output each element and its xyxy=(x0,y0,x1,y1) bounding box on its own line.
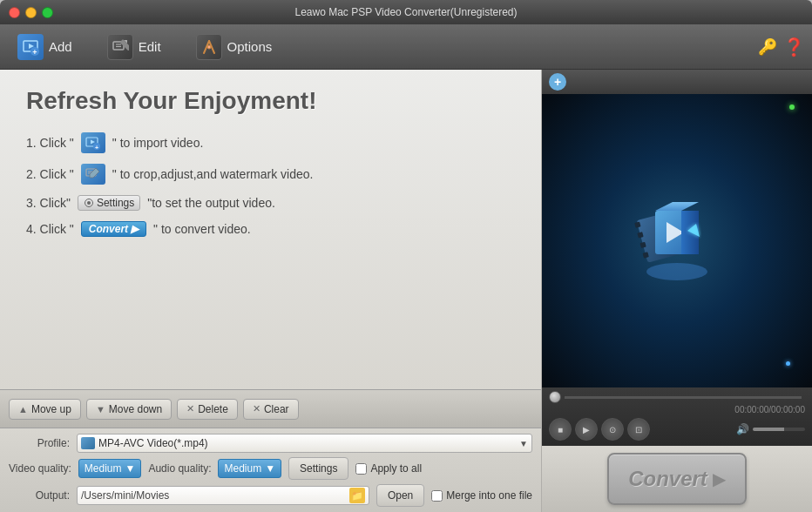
video-quality-select[interactable]: Medium ▼ xyxy=(78,459,142,478)
step4-prefix: 4. Click " xyxy=(26,222,74,236)
delete-button[interactable]: ✕ Delete xyxy=(177,399,238,420)
vq-dropdown-icon: ▼ xyxy=(125,462,136,475)
stop-button[interactable]: ■ xyxy=(549,418,572,441)
apply-to-all-text: Apply to all xyxy=(370,462,422,475)
clear-label: Clear xyxy=(264,403,289,415)
settings-pill: Settings xyxy=(78,195,140,211)
profile-select[interactable]: MP4-AVC Video(*.mp4) ▼ xyxy=(77,434,532,453)
move-up-label: Move up xyxy=(31,403,71,415)
add-label: Add xyxy=(49,39,72,54)
close-button[interactable] xyxy=(9,7,20,18)
merge-into-one-label[interactable]: Merge into one file xyxy=(431,489,532,502)
apply-to-all-checkbox[interactable] xyxy=(355,463,367,475)
convert-arrow-icon: ▶ xyxy=(713,468,726,489)
audio-quality-select[interactable]: Medium ▼ xyxy=(218,459,281,478)
step4-suffix: " to convert video. xyxy=(153,222,251,236)
content-area: Refresh Your Enjoyment! 1. Click " + " t… xyxy=(0,70,541,389)
profile-label: Profile: xyxy=(9,437,70,449)
instruction-2: 2. Click " " to crop,adjust,and watermar… xyxy=(26,164,515,185)
settings-panel: Profile: MP4-AVC Video(*.mp4) ▼ Video qu… xyxy=(0,428,541,512)
step2-suffix: " to crop,adjust,and watermark video. xyxy=(112,167,314,181)
instruction-4: 4. Click " Convert ▶ " to convert video. xyxy=(26,221,515,237)
step3-prefix: 3. Click" xyxy=(26,196,71,210)
instruction-3: 3. Click" Settings "to set the output vi… xyxy=(26,195,515,211)
step4-middle: Convert xyxy=(89,223,128,235)
instructions: 1. Click " + " to import video. 2. Click… xyxy=(26,132,515,237)
clear-button[interactable]: ✕ Clear xyxy=(243,399,299,420)
open-button[interactable]: Open xyxy=(376,484,424,507)
svg-text:+: + xyxy=(32,48,37,56)
help-icon[interactable]: ❓ xyxy=(784,37,803,57)
instruction-1: 1. Click " + " to import video. xyxy=(26,132,515,153)
preview-add-button[interactable]: + xyxy=(549,73,566,91)
toolbar-right: 🔑 ❓ xyxy=(758,37,803,57)
profile-dropdown-arrow: ▼ xyxy=(519,439,528,448)
action-toolbar: ▲ Move up ▼ Move down ✕ Delete ✕ Clear xyxy=(0,389,541,428)
move-up-icon: ▲ xyxy=(18,404,28,414)
settings-btn-label: Settings xyxy=(300,462,337,475)
profile-row: Profile: MP4-AVC Video(*.mp4) ▼ xyxy=(9,434,532,453)
output-field[interactable]: /Users/mini/Movies 📁 xyxy=(77,486,369,505)
open-btn-label: Open xyxy=(388,489,413,502)
toolbar: + Add Edit Options 🔑 ❓ xyxy=(0,24,812,70)
folder-icon: 📁 xyxy=(349,488,365,503)
move-up-button[interactable]: ▲ Move up xyxy=(9,399,81,420)
move-down-icon: ▼ xyxy=(96,404,105,414)
step1-prefix: 1. Click " xyxy=(26,136,74,150)
convert-button[interactable]: Convert ▶ xyxy=(607,453,747,505)
delete-icon: ✕ xyxy=(186,403,194,414)
output-row: Output: /Users/mini/Movies 📁 Open Merge … xyxy=(9,484,532,507)
audio-quality-value: Medium xyxy=(224,462,261,475)
merge-into-one-text: Merge into one file xyxy=(446,489,532,502)
fullscreen-button[interactable]: ⊡ xyxy=(627,418,650,441)
video-preview xyxy=(542,94,812,387)
play-button[interactable]: ▶ xyxy=(575,418,598,441)
time-display: 00:00:00/00:00:00 xyxy=(549,405,805,414)
volume-icon: 🔊 xyxy=(736,423,749,435)
convert-button-label: Convert xyxy=(628,467,707,491)
dot-blue xyxy=(786,361,790,366)
minimize-button[interactable] xyxy=(25,7,37,18)
left-panel: Refresh Your Enjoyment! 1. Click " + " t… xyxy=(0,70,542,512)
options-button[interactable]: Options xyxy=(187,29,281,65)
convert-pill: Convert ▶ xyxy=(81,221,146,237)
tagline: Refresh Your Enjoyment! xyxy=(26,87,515,115)
options-label: Options xyxy=(227,39,273,54)
options-icon xyxy=(196,34,222,60)
output-label: Output: xyxy=(9,489,70,502)
add-button[interactable]: + Add xyxy=(9,29,81,65)
edit-button[interactable]: Edit xyxy=(98,29,170,65)
progress-track xyxy=(565,396,802,399)
main-area: Refresh Your Enjoyment! 1. Click " + " t… xyxy=(0,70,812,512)
merge-into-one-checkbox[interactable] xyxy=(431,490,443,502)
aq-dropdown-icon: ▼ xyxy=(265,462,275,475)
volume-track[interactable] xyxy=(753,428,805,431)
svg-point-19 xyxy=(87,201,91,205)
output-value: /Users/mini/Movies xyxy=(81,489,169,502)
profile-value: MP4-AVC Video(*.mp4) xyxy=(98,437,208,449)
convert-section: Convert ▶ xyxy=(542,446,812,512)
progress-bar[interactable] xyxy=(549,393,805,401)
quality-row: Video quality: Medium ▼ Audio quality: M… xyxy=(9,457,532,480)
capture-button[interactable]: ⊙ xyxy=(601,418,624,441)
add-mini-icon: + xyxy=(81,132,105,153)
apply-to-all-label[interactable]: Apply to all xyxy=(355,462,422,475)
settings-button[interactable]: Settings xyxy=(288,457,348,480)
video-quality-value: Medium xyxy=(85,462,122,475)
preview-header: + xyxy=(542,70,812,94)
step1-suffix: " to import video. xyxy=(112,136,204,150)
preview-controls: 00:00:00/00:00:00 ■ ▶ ⊙ ⊡ 🔊 xyxy=(542,387,812,446)
clear-icon: ✕ xyxy=(253,403,261,414)
maximize-button[interactable] xyxy=(42,7,53,18)
window-title: Leawo Mac PSP Video Converter(Unregister… xyxy=(294,6,517,18)
volume-section: 🔊 xyxy=(736,423,805,435)
step3-suffix: "to set the output video. xyxy=(147,196,275,210)
step3-middle: Settings xyxy=(97,197,134,209)
key-icon[interactable]: 🔑 xyxy=(758,37,777,57)
title-bar: Leawo Mac PSP Video Converter(Unregister… xyxy=(0,0,812,24)
audio-quality-label: Audio quality: xyxy=(148,462,211,475)
edit-icon xyxy=(107,34,133,60)
progress-knob[interactable] xyxy=(549,391,561,403)
move-down-button[interactable]: ▼ Move down xyxy=(86,399,172,420)
svg-marker-29 xyxy=(655,202,699,211)
